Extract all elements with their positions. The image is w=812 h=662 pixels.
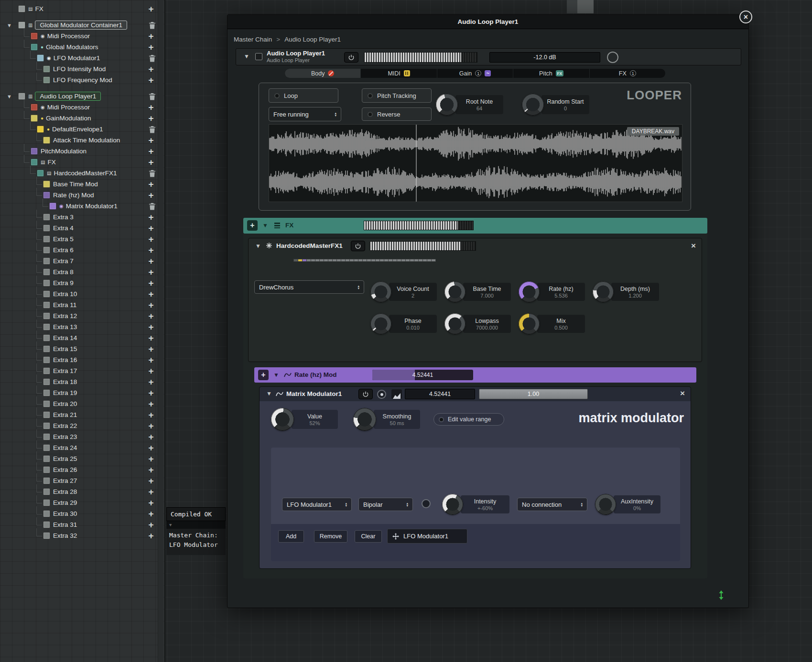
tree-item[interactable]: Base Time Mod: [0, 179, 156, 189]
module-color-box[interactable]: [43, 224, 50, 232]
module-color-box[interactable]: [43, 532, 50, 539]
add-module-button[interactable]: [146, 344, 156, 354]
aux-intensity-knob[interactable]: [595, 494, 616, 515]
add-module-button[interactable]: [146, 366, 156, 376]
fx-parameter-knob[interactable]: [370, 281, 391, 302]
tree-item[interactable]: ▥ Audio Loop Player1: [0, 91, 156, 101]
add-module-button[interactable]: [146, 278, 156, 288]
fx-slot[interactable]: [303, 259, 306, 261]
add-module-button[interactable]: [146, 136, 156, 145]
edit-value-range-toggle[interactable]: Edit value range: [433, 413, 504, 426]
fx-slot[interactable]: [298, 259, 302, 261]
tree-item[interactable]: Extra 8: [0, 267, 156, 277]
fx-slot[interactable]: [371, 259, 375, 261]
fx-slot[interactable]: [432, 259, 435, 261]
module-color-box[interactable]: [43, 400, 50, 407]
clear-rows-button[interactable]: Clear: [355, 530, 382, 543]
source-dropdown[interactable]: LFO Modulator1: [282, 498, 352, 511]
fx-slot[interactable]: [320, 259, 324, 261]
tree-item[interactable]: Extra 12: [0, 311, 156, 321]
add-module-button[interactable]: [146, 147, 156, 156]
tree-item[interactable]: ▤ FX: [0, 157, 156, 167]
module-color-box[interactable]: [43, 65, 50, 73]
tree-item[interactable]: Extra 15: [0, 344, 156, 354]
add-module-button[interactable]: [146, 224, 156, 233]
bypass-icon[interactable]: [328, 70, 334, 76]
matrix-close-button[interactable]: [680, 389, 685, 397]
module-color-box[interactable]: [43, 192, 50, 199]
tree-item[interactable]: Extra 23: [0, 432, 156, 442]
add-module-button[interactable]: [146, 399, 156, 409]
matrix-collapse-icon[interactable]: [266, 390, 272, 397]
tab-body[interactable]: Body: [285, 69, 361, 78]
rate-mod-value-slider[interactable]: 4.52441: [372, 370, 473, 380]
add-module-button[interactable]: [146, 158, 156, 167]
fx-panel-close-button[interactable]: [691, 242, 696, 250]
tree-item[interactable]: Attack Time Modulation: [0, 135, 156, 145]
drag-source-chip[interactable]: LFO Modulator1: [387, 529, 467, 544]
module-color-box[interactable]: [43, 378, 50, 385]
tree-item[interactable]: ◉ Midi Processor: [0, 31, 156, 41]
tree-scrollbar[interactable]: [158, 0, 163, 662]
module-color-box[interactable]: [43, 235, 50, 243]
fx-chain-header[interactable]: FX: [243, 218, 707, 234]
window-title[interactable]: Audio Loop Player1: [227, 15, 748, 29]
fx-parameter-knob[interactable]: [519, 281, 540, 302]
tree-item[interactable]: Extra 20: [0, 399, 156, 409]
tree-item[interactable]: Extra 22: [0, 421, 156, 431]
expand-arrow-icon[interactable]: [7, 22, 12, 28]
tree-item[interactable]: Extra 32: [0, 531, 156, 541]
sample-waveform-display[interactable]: DAYBREAK.wav: [269, 124, 682, 202]
module-color-box[interactable]: [43, 137, 50, 144]
delete-module-icon[interactable]: [149, 54, 156, 62]
tree-item[interactable]: ▤ FX: [0, 4, 156, 14]
add-module-button[interactable]: [146, 256, 156, 266]
random-start-knob[interactable]: [522, 94, 544, 116]
delete-module-icon[interactable]: [149, 203, 156, 210]
fx-slot[interactable]: [324, 259, 328, 261]
tree-item[interactable]: ● Global Modulators: [0, 42, 156, 52]
tree-item[interactable]: ▤ HardcodedMasterFX1: [0, 168, 156, 178]
rate-mod-chain-header[interactable]: Rate (hz) Mod 4.52441: [254, 367, 696, 383]
tree-item[interactable]: Extra 3: [0, 212, 156, 222]
tree-item[interactable]: Extra 14: [0, 333, 156, 343]
reverse-button[interactable]: Reverse: [362, 107, 432, 121]
add-module-button[interactable]: [146, 476, 156, 486]
add-module-button[interactable]: [146, 520, 156, 530]
add-module-button[interactable]: [146, 180, 156, 189]
fx-slot[interactable]: [410, 259, 414, 261]
add-module-button[interactable]: [146, 43, 156, 52]
gain-db-display[interactable]: -12.0 dB: [489, 52, 600, 63]
module-color-box[interactable]: [43, 422, 50, 429]
scrollbar-stub[interactable]: [567, 0, 577, 13]
balance-knob[interactable]: [607, 52, 618, 63]
loop-toggle-button[interactable]: Loop: [269, 88, 338, 103]
module-color-box[interactable]: [18, 5, 25, 12]
fx-slot[interactable]: [354, 259, 358, 261]
module-color-box[interactable]: [43, 290, 50, 298]
fx-slot[interactable]: [311, 259, 315, 261]
add-module-button[interactable]: [146, 388, 156, 398]
delete-module-icon[interactable]: [149, 21, 156, 29]
module-color-box[interactable]: [31, 43, 38, 51]
tree-item[interactable]: Extra 13: [0, 322, 156, 332]
collapse-arrow-icon[interactable]: [244, 53, 249, 60]
module-color-box[interactable]: [43, 521, 50, 528]
add-module-button[interactable]: [146, 432, 156, 442]
module-color-box[interactable]: [43, 214, 50, 221]
window-close-button[interactable]: [739, 11, 752, 23]
tree-item[interactable]: Extra 10: [0, 289, 156, 299]
play-mode-dropdown[interactable]: Free running: [269, 107, 341, 121]
module-color-box[interactable]: [37, 170, 44, 177]
fx-parameter-knob[interactable]: [444, 313, 466, 334]
tree-item[interactable]: ▥ Global Modulator Container1: [0, 20, 156, 30]
add-module-button[interactable]: [146, 191, 156, 200]
fx-slot[interactable]: [363, 259, 367, 261]
add-module-button[interactable]: [146, 64, 156, 74]
matrix-power-button[interactable]: [358, 389, 373, 399]
breadcrumb-current[interactable]: Audio Loop Player1: [284, 36, 341, 43]
tab-gain[interactable]: Gain 1: [437, 69, 513, 78]
module-color-box[interactable]: [49, 203, 56, 210]
fx-power-button[interactable]: [351, 241, 365, 251]
tree-item[interactable]: ◉ Midi Processor: [0, 102, 156, 112]
